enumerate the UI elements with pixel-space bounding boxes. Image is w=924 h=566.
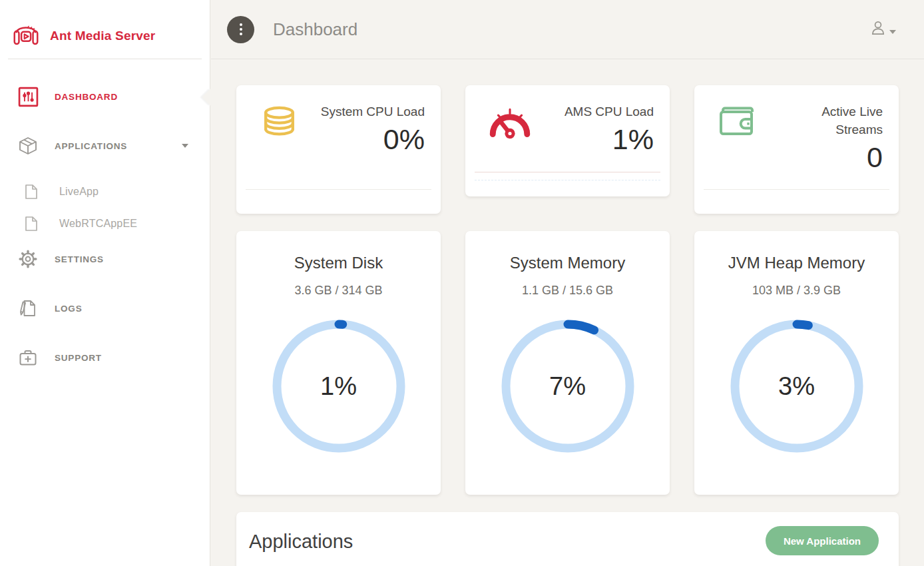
gauge-title: JVM Heap Memory — [694, 254, 899, 272]
sidebar-item-label: APPLICATIONS — [55, 141, 127, 151]
chevron-down-icon — [889, 30, 896, 34]
support-icon — [17, 348, 39, 368]
donut-chart: 1% — [272, 320, 405, 453]
kebab-menu-icon[interactable] — [227, 16, 254, 43]
stat-card-active-live-streams: Active Live Streams 0 — [694, 85, 899, 214]
settings-icon — [17, 249, 39, 269]
applications-section: Applications New Application — [236, 512, 899, 566]
sidebar-item-label: LiveApp — [59, 186, 99, 198]
file-icon — [21, 216, 42, 232]
sidebar: Ant Media Server DASHBOARD — [0, 0, 210, 566]
card-divider — [246, 189, 431, 190]
sidebar-item-label: LOGS — [55, 304, 82, 314]
main-area: Dashboard — [211, 0, 924, 566]
gauge-cards-row: System Disk 3.6 GB / 314 GB 1% System Me… — [236, 231, 898, 495]
database-icon — [259, 103, 300, 214]
ant-media-logo-icon — [11, 21, 41, 51]
applications-title: Applications — [249, 531, 353, 553]
sidebar-item-webrtcappee[interactable]: WebRTCAppEE — [0, 214, 210, 234]
user-menu-button[interactable] — [869, 19, 896, 39]
page-title: Dashboard — [273, 19, 357, 40]
sidebar-item-applications[interactable]: APPLICATIONS — [0, 133, 210, 159]
donut-percent-label: 7% — [501, 372, 634, 401]
gauge-card-system-disk: System Disk 3.6 GB / 314 GB 1% — [236, 231, 441, 495]
sidebar-item-label: SETTINGS — [55, 254, 104, 264]
gauge-card-jvm-heap-memory: JVM Heap Memory 103 MB / 3.9 GB 3% — [694, 231, 899, 495]
donut-chart: 3% — [730, 320, 863, 453]
stat-label: AMS CPU Load — [565, 103, 654, 121]
new-application-button[interactable]: New Application — [766, 526, 879, 555]
stat-card-system-cpu-load: System CPU Load 0% — [236, 85, 441, 214]
gauge-title: System Memory — [465, 254, 670, 272]
sidebar-item-label: DASHBOARD — [55, 92, 118, 102]
card-divider — [475, 172, 660, 172]
sidebar-item-dashboard[interactable]: DASHBOARD — [0, 83, 210, 110]
dashboard-icon — [17, 87, 39, 107]
sidebar-item-liveapp[interactable]: LiveApp — [0, 182, 210, 202]
stat-label: System CPU Load — [321, 103, 425, 121]
stat-card-ams-cpu-load: AMS CPU Load 1% — [465, 85, 670, 196]
gauge-detail: 103 MB / 3.9 GB — [694, 284, 899, 298]
stat-value: 0 — [776, 141, 883, 174]
donut-percent-label: 3% — [730, 372, 863, 401]
sidebar-item-settings[interactable]: SETTINGS — [0, 246, 210, 272]
gauge-card-system-memory: System Memory 1.1 GB / 15.6 GB 7% — [465, 231, 670, 495]
stat-cards-row: System CPU Load 0% AMS CPU Load — [236, 85, 898, 214]
stat-label: Active Live Streams — [776, 103, 883, 139]
logs-icon — [17, 298, 39, 318]
user-icon — [869, 19, 887, 39]
applications-icon — [17, 136, 39, 156]
sidebar-item-label: SUPPORT — [55, 353, 102, 363]
top-bar: Dashboard — [211, 0, 924, 59]
sidebar-item-label: WebRTCAppEE — [59, 218, 137, 230]
gauge-title: System Disk — [236, 254, 441, 272]
wallet-icon — [717, 103, 758, 214]
brand-logo[interactable]: Ant Media Server — [0, 0, 210, 59]
dashboard-content: System CPU Load 0% AMS CPU Load — [211, 59, 924, 566]
sidebar-item-support[interactable]: SUPPORT — [0, 344, 210, 371]
gauge-detail: 3.6 GB / 314 GB — [236, 284, 441, 298]
brand-name: Ant Media Server — [50, 29, 155, 43]
gauge-icon — [488, 103, 532, 196]
donut-percent-label: 1% — [272, 372, 405, 401]
stat-value: 0% — [321, 123, 425, 156]
stat-value: 1% — [565, 123, 654, 156]
file-icon — [21, 184, 42, 200]
donut-chart: 7% — [501, 320, 634, 453]
sidebar-item-logs[interactable]: LOGS — [0, 295, 210, 322]
sidebar-nav: DASHBOARD APPLICATIONS LiveApp — [0, 59, 210, 371]
card-divider — [704, 189, 889, 190]
chevron-down-icon — [182, 144, 188, 148]
sparkline-placeholder — [475, 180, 660, 180]
gauge-detail: 1.1 GB / 15.6 GB — [465, 284, 670, 298]
